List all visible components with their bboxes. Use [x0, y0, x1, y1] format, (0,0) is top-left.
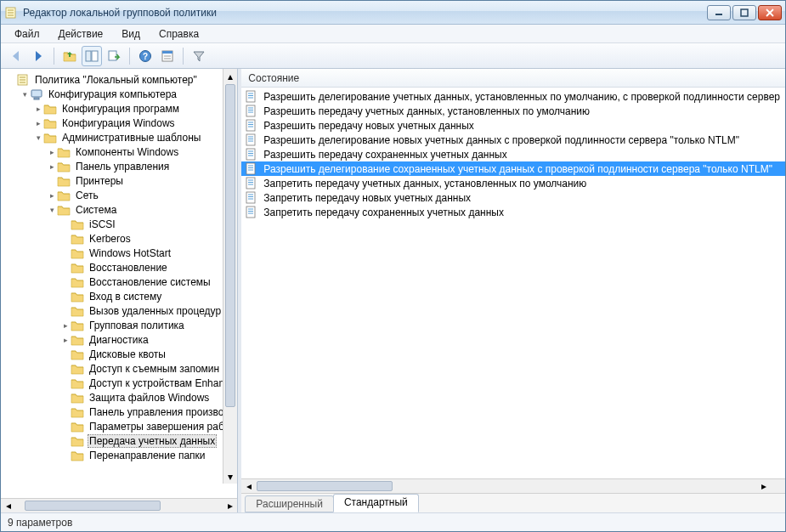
- scroll-down-arrow-icon[interactable]: ▾: [223, 469, 237, 484]
- forward-button[interactable]: [28, 46, 48, 66]
- tree-item[interactable]: ▸Политика "Локальный компьютер": [1, 72, 237, 87]
- tree-item-label: Восстановление системы: [88, 276, 212, 288]
- tree-item[interactable]: ▸Windows HotStart: [1, 246, 237, 260]
- scroll-thumb[interactable]: [257, 481, 393, 491]
- tree-item[interactable]: ▸Дисковые квоты: [1, 347, 237, 361]
- tree-item-label: Диагностика: [88, 334, 150, 346]
- folder-icon: [57, 160, 71, 173]
- filter-button[interactable]: [189, 46, 209, 66]
- menu-view[interactable]: Вид: [113, 26, 149, 42]
- tree-expand-icon[interactable]: ▸: [33, 105, 43, 113]
- list-item[interactable]: Разрешить делегирование сохраненных учет…: [241, 161, 785, 176]
- minimize-button[interactable]: [707, 5, 731, 20]
- tree-item[interactable]: ▾Административные шаблоны: [1, 130, 237, 144]
- tree-item[interactable]: ▸Вход в систему: [1, 289, 237, 303]
- scroll-left-arrow-icon[interactable]: ◂: [1, 499, 15, 512]
- up-level-button[interactable]: [59, 46, 80, 66]
- list-item-label: Разрешить делегирование учетных данных, …: [262, 91, 782, 103]
- list-item-label: Разрешить передачу учетных данных, устан…: [262, 105, 591, 117]
- toolbar: ?: [1, 43, 785, 69]
- tree-item[interactable]: ▸Диагностика: [1, 332, 237, 347]
- folder-icon: [71, 218, 84, 231]
- list-item[interactable]: Разрешить делегирование учетных данных, …: [241, 89, 785, 104]
- list-item[interactable]: Разрешить делегирование новых учетных да…: [241, 133, 785, 147]
- tree-item[interactable]: ▸Kerberos: [1, 231, 237, 246]
- policy-list[interactable]: Разрешить делегирование учетных данных, …: [241, 88, 785, 478]
- list-item-label: Разрешить передачу новых учетных данных: [262, 120, 475, 132]
- tree-item[interactable]: ▸Параметры завершения раб: [1, 419, 237, 433]
- tree-item[interactable]: ▸Перенаправление папки: [1, 448, 237, 462]
- tree-item[interactable]: ▸Конфигурация Windows: [1, 116, 237, 130]
- scroll-left-arrow-icon[interactable]: ◂: [241, 479, 256, 493]
- folder-icon: [71, 362, 84, 376]
- tree-item[interactable]: ▸Восстановление: [1, 260, 237, 274]
- tree-item[interactable]: ▸Восстановление системы: [1, 274, 237, 289]
- show-hide-tree-button[interactable]: [82, 46, 102, 66]
- scroll-up-arrow-icon[interactable]: ▴: [223, 69, 237, 83]
- tree-scroll-area[interactable]: ▸Политика "Локальный компьютер"▾Конфигур…: [1, 69, 237, 498]
- close-button[interactable]: [758, 5, 782, 20]
- list-item[interactable]: Разрешить передачу новых учетных данных: [241, 118, 785, 133]
- tree-item[interactable]: ▸Панель управления произво: [1, 405, 237, 419]
- tree-item[interactable]: ▸Доступ к съемным запомин: [1, 361, 237, 376]
- tree-item-label: Административные шаблоны: [60, 132, 202, 144]
- scroll-thumb[interactable]: [225, 84, 235, 407]
- scroll-right-arrow-icon[interactable]: ▸: [223, 499, 237, 512]
- list-horizontal-scrollbar[interactable]: ◂ ▸: [241, 478, 785, 493]
- tree-item[interactable]: ▸Панель управления: [1, 159, 237, 173]
- list-item[interactable]: Запретить передачу учетных данных, устан…: [241, 176, 785, 190]
- list-item[interactable]: Разрешить передачу сохраненных учетных д…: [241, 147, 785, 161]
- list-item[interactable]: Запретить передачу сохраненных учетных д…: [241, 205, 785, 219]
- tree-vertical-scrollbar[interactable]: ▴ ▾: [223, 69, 237, 484]
- tree-item[interactable]: ▸Принтеры: [1, 173, 237, 188]
- tree-item-label: Принтеры: [74, 175, 125, 187]
- tree-item[interactable]: ▸Защита файлов Windows: [1, 390, 237, 405]
- tree-collapse-icon[interactable]: ▾: [47, 206, 57, 214]
- list-item-label: Запретить передачу сохраненных учетных д…: [262, 207, 506, 218]
- tree-item[interactable]: ▾Система: [1, 202, 237, 217]
- list-item[interactable]: Разрешить передачу учетных данных, устан…: [241, 104, 785, 118]
- tab-standard[interactable]: Стандартный: [333, 494, 419, 512]
- tree-item[interactable]: ▸Сеть: [1, 188, 237, 202]
- tree-item[interactable]: ▾Конфигурация компьютера: [1, 87, 237, 101]
- tree-expand-icon[interactable]: ▸: [60, 336, 71, 344]
- policy-setting-icon: [245, 133, 258, 147]
- statusbar: 9 параметров: [1, 512, 785, 531]
- tree-expand-icon[interactable]: ▸: [47, 191, 57, 200]
- statusbar-text: 9 параметров: [8, 517, 72, 529]
- scroll-thumb[interactable]: [25, 501, 161, 511]
- folder-icon: [71, 449, 84, 462]
- tree-item[interactable]: ▸Конфигурация программ: [1, 101, 237, 116]
- list-column-header[interactable]: Состояние: [241, 69, 785, 88]
- list-item[interactable]: Запретить передачу новых учетных данных: [241, 190, 785, 205]
- menu-file[interactable]: Файл: [6, 26, 48, 42]
- tree-item-label: Конфигурация Windows: [60, 117, 177, 129]
- back-button[interactable]: [6, 46, 26, 66]
- tree-item-label: Групповая политика: [88, 320, 186, 331]
- tree-collapse-icon[interactable]: ▾: [20, 90, 30, 99]
- tree-item-label: Сеть: [74, 190, 100, 201]
- tree-item[interactable]: ▸Групповая политика: [1, 318, 237, 332]
- maximize-button[interactable]: [732, 5, 756, 20]
- help-button[interactable]: ?: [135, 46, 156, 66]
- menu-help[interactable]: Справка: [150, 26, 207, 42]
- tree-expand-icon[interactable]: ▸: [47, 162, 57, 171]
- tree-horizontal-scrollbar[interactable]: ◂ ▸: [1, 498, 237, 512]
- folder-icon: [71, 434, 84, 448]
- tree-expand-icon[interactable]: ▸: [47, 148, 57, 156]
- menu-action[interactable]: Действие: [50, 26, 112, 42]
- tree-item-label: Дисковые квоты: [88, 348, 167, 360]
- folder-up-icon: [63, 49, 76, 63]
- export-list-button[interactable]: [104, 46, 124, 66]
- scroll-right-arrow-icon[interactable]: ▸: [756, 479, 771, 493]
- properties-button[interactable]: [157, 46, 178, 66]
- tree-item[interactable]: ▸Вызов удаленных процедур: [1, 303, 237, 318]
- tree-item[interactable]: ▸Доступ к устройствам Enhan: [1, 376, 237, 390]
- tree-expand-icon[interactable]: ▸: [60, 321, 71, 330]
- tree-expand-icon[interactable]: ▸: [33, 119, 43, 127]
- tree-item[interactable]: ▸iSCSI: [1, 217, 237, 231]
- tree-item[interactable]: ▸Передача учетных данных: [1, 433, 237, 448]
- tab-extended[interactable]: Расширенный: [245, 495, 334, 512]
- tree-item[interactable]: ▸Компоненты Windows: [1, 144, 237, 159]
- tree-collapse-icon[interactable]: ▾: [33, 133, 43, 142]
